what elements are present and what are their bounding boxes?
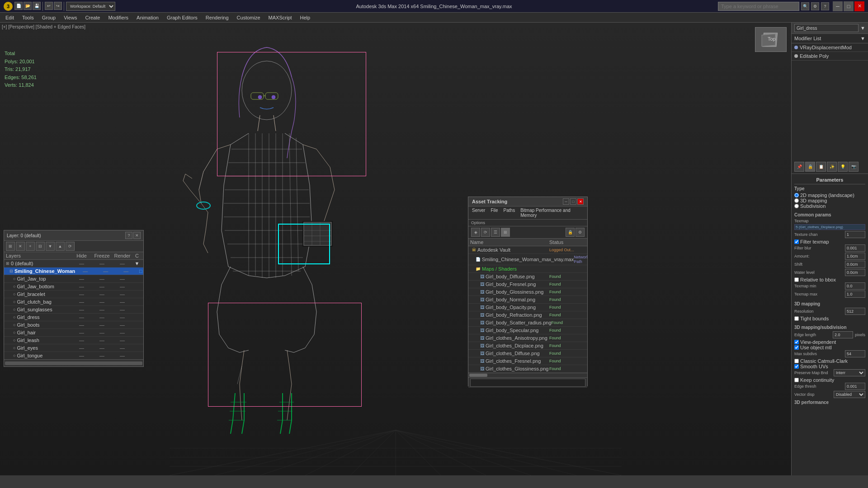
menu-create[interactable]: Create [81,13,104,23]
object-name-dropdown[interactable]: ▼ [860,25,865,31]
menu-graph-editors[interactable]: Graph Editors [163,13,201,23]
preserve-map-bnd-select[interactable]: Interr [834,369,865,376]
asset-restore-btn[interactable]: □ [570,198,576,205]
asset-tb-settings[interactable]: ⚙ [576,228,585,237]
list-item[interactable]: 🖼Girl_clothes_Dicplace.png Found [468,342,587,350]
list-item[interactable]: 📁Maps / Shaders [468,265,587,273]
list-item[interactable]: 🖼Girl_body_Fresnel.png Found [468,281,587,288]
panel-icon-history[interactable]: 📋 [816,162,826,172]
asset-search-input[interactable] [470,379,585,387]
list-item[interactable]: 🖼Girl_clothes_Fresnel.png Found [468,357,587,365]
viewport[interactable]: [+] [Perspective] [Shaded + Edged Faces]… [0,23,791,475]
redo-btn[interactable]: ↪ [54,2,62,10]
menu-animation[interactable]: Animation [133,13,162,23]
list-item[interactable]: ⊞0 (default) — — — ▼ [4,260,143,267]
smooth-uvs-row[interactable]: Smooth UVs [794,364,865,369]
classic-catmull-row[interactable]: Classic Catmull-Clark [794,358,865,364]
help-btn[interactable]: ? [821,2,829,10]
menu-maxscript[interactable]: MAXScript [265,13,296,23]
menu-rendering[interactable]: Rendering [202,13,232,23]
max-subdivs-input[interactable] [845,350,865,357]
list-item[interactable]: 🖼Girl_body_Glossiness.png Found [468,288,587,296]
asset-min-btn[interactable]: ─ [563,198,569,205]
layer-panel-close[interactable]: ✕ [133,232,141,239]
menu-views[interactable]: Views [60,13,80,23]
menu-help[interactable]: Help [297,13,314,23]
modifier-list-dropdown[interactable]: ▼ [860,36,865,41]
new-btn[interactable]: 📄 [14,2,23,10]
tight-bounds-row[interactable]: Tight bounds [794,316,865,321]
amount-input[interactable] [845,253,865,260]
texmap-max-input[interactable] [845,291,865,298]
list-item[interactable]: ○Girl_dress ——— [4,314,143,321]
shift-input[interactable] [845,261,865,268]
asset-tb-list[interactable]: ☰ [491,228,500,237]
panel-icon-camera[interactable]: 📷 [849,162,859,172]
list-item[interactable]: ○Girl_hair ——— [4,329,143,337]
list-item[interactable]: 🏛Autodesk Vault Logged Out... [468,246,587,254]
modifier-vray[interactable]: VRayDisplacementMod [792,43,868,52]
panel-icon-effect[interactable]: ✨ [827,162,837,172]
param-radio-2d[interactable]: 2D mapping (landscape) [794,192,865,198]
asset-tb-highlight[interactable]: ◈ [471,228,480,237]
layer-tb-add[interactable]: + [26,242,35,251]
filter-blur-input[interactable] [845,244,865,252]
minimize-btn[interactable]: ─ [833,1,843,11]
param-radio-3d[interactable]: 3D mapping [794,198,865,203]
workspace-selector[interactable]: Workspace: Default [66,2,115,11]
options-btn[interactable]: ⚙ [811,2,819,10]
list-item[interactable]: 🖼Girl_clothes_Anisotropy.png Found [468,334,587,342]
panel-icon-light[interactable]: 💡 [838,162,848,172]
vector-disp-select[interactable]: Disabled [834,391,865,398]
search-icon[interactable]: 🔍 [801,2,809,10]
maximize-btn[interactable]: □ [844,1,854,11]
panel-icon-lock[interactable]: 🔒 [805,162,815,172]
list-item[interactable]: ○Girl_tongue ——— [4,352,143,359]
asset-tb-grid[interactable]: ⊞ [501,228,510,237]
open-btn[interactable]: 📂 [24,2,32,10]
asset-menu-bitmap[interactable]: Bitmap Performance and Memory [520,208,584,218]
asset-menu-server[interactable]: Server [472,208,485,218]
menu-modifiers[interactable]: Modifiers [104,13,132,23]
list-item[interactable]: 🖼Girl_clothes_Glossiness.png Found [468,365,587,373]
asset-tb-reload[interactable]: ⟳ [481,228,490,237]
nav-cube[interactable]: Top [755,27,787,52]
menu-tools[interactable]: Tools [19,13,38,23]
asset-close-btn[interactable]: ✕ [577,198,584,205]
edge-thresh-input[interactable] [845,383,865,390]
layer-tb-refresh[interactable]: ⟳ [66,242,75,251]
resolution-input[interactable] [845,308,865,315]
relative-to-bbox-row[interactable]: Relative to bbox [794,277,865,282]
list-item[interactable]: 🖼Girl_body_Diffuse.png Found [468,273,587,281]
panel-icon-pin[interactable]: 📌 [794,162,804,172]
list-item[interactable]: 🖼Girl_body_Refraction.png Found [468,311,587,319]
layer-tb-minus[interactable]: ⊟ [36,242,45,251]
asset-scrollbar-h[interactable] [468,373,587,377]
list-item[interactable]: 📄Smiling_Chinese_Woman_max_vray.max Netw… [468,254,587,265]
texmap-min-input[interactable] [845,282,865,290]
asset-options[interactable]: Options [468,220,587,226]
modifier-editable-poly[interactable]: Editable Poly [792,52,868,61]
layer-panel-scrollbar[interactable] [4,359,143,366]
list-item[interactable]: 🖼Girl_body_Scatter_radius.png Found [468,319,587,327]
menu-customize[interactable]: Customize [233,13,264,23]
menu-edit[interactable]: Edit [2,13,18,23]
undo-btn[interactable]: ↩ [45,2,53,10]
list-item[interactable]: 🖼Girl_body_Normal.png Found [468,296,587,304]
use-object-mtl-row[interactable]: Use object mtl [794,345,865,350]
list-item[interactable]: 🖼Girl_body_Specular.png Found [468,327,587,334]
object-name-input[interactable] [794,24,859,32]
view-dependent-row[interactable]: View-dependent [794,339,865,345]
texture-chan-input[interactable] [845,231,865,238]
list-item[interactable]: ○Girl_clutch_bag ——— [4,298,143,306]
filter-texmap-row[interactable]: Filter texmap [794,239,865,244]
asset-menu-file[interactable]: File [491,208,498,218]
list-item[interactable]: ○Girl_boots ——— [4,321,143,329]
list-item[interactable]: ○Girl_leash ——— [4,337,143,344]
asset-menu-paths[interactable]: Paths [504,208,515,218]
texmap-value[interactable]: 5 (Girl_clothes_Dicplace.png) [794,224,865,230]
list-item[interactable]: 🖼Girl_clothes_Diffuse.png Found [468,350,587,357]
close-btn[interactable]: ✕ [854,1,864,11]
list-item[interactable]: ○Girl_eyes ——— [4,344,143,352]
list-item[interactable]: ○Girl_Jaw_bottom ——— [4,283,143,291]
